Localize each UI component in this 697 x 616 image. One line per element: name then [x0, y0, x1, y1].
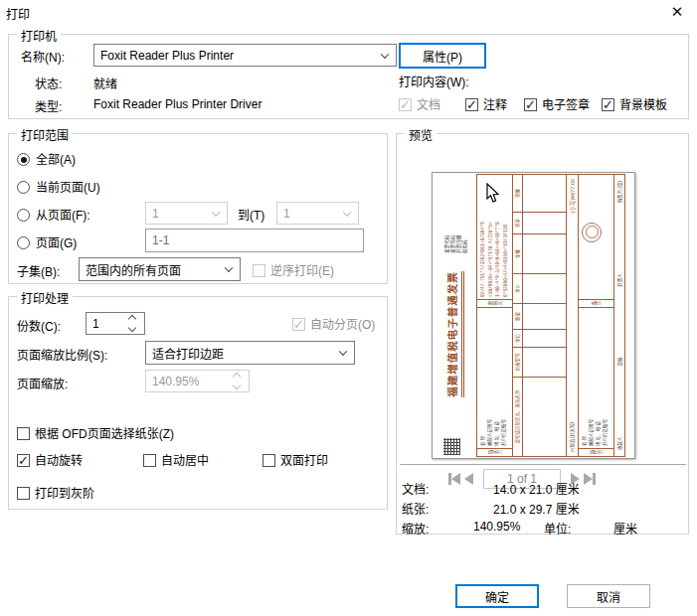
chevron-down-icon: [225, 264, 233, 272]
printer-name-label: 名称(N):: [21, 48, 65, 65]
invoice-total-value: (小写)¥677.00: [569, 179, 576, 214]
range-all-option[interactable]: 全部(A): [17, 150, 76, 167]
collate-checkbox: [292, 318, 305, 331]
reverse-print-option: 逆序打印(E): [253, 261, 334, 278]
last-page-button[interactable]: [584, 473, 596, 485]
invoice-stamp-icon: [582, 223, 602, 242]
collate-option: 自动分页(O): [292, 315, 375, 332]
unit-value: 厘米: [613, 520, 637, 537]
grayscale-checkbox[interactable]: [17, 487, 30, 500]
template-checkbox[interactable]: [602, 98, 614, 111]
print-content-label: 打印内容(W):: [399, 73, 469, 89]
printer-group: 打印机 名称(N): Foxit Reader Plus Printer 属性(…: [8, 34, 689, 119]
range-current-option[interactable]: 当前页面(U): [17, 178, 100, 195]
first-page-button[interactable]: [448, 473, 460, 485]
spinner-arrows-icon[interactable]: [129, 313, 139, 334]
preview-group-label: 预览: [405, 126, 436, 143]
dialog-title: 打印: [6, 5, 30, 22]
content-option-template[interactable]: 背景模板: [602, 95, 667, 112]
close-icon[interactable]: ✕: [667, 3, 687, 21]
printer-name-select[interactable]: Foxit Reader Plus Printer: [93, 44, 397, 67]
paper-size-value: 21.0 x 29.7 厘米: [493, 500, 580, 517]
duplex-checkbox[interactable]: [262, 454, 275, 467]
paper-size-label: 纸张:: [402, 500, 429, 517]
ofd-paper-checkbox[interactable]: [17, 427, 30, 440]
pages-input[interactable]: 1-1: [145, 229, 364, 252]
invoice-title: 福建增值税电子普通发票: [444, 271, 464, 397]
pages-radio[interactable]: [17, 236, 30, 249]
zoom-label: 缩放:: [402, 520, 429, 537]
duplex-option[interactable]: 双面打印: [262, 451, 328, 468]
printer-name-value: Foxit Reader Plus Printer: [100, 49, 234, 63]
current-page-radio[interactable]: [17, 181, 30, 194]
range-from-option[interactable]: 从页面(F):: [17, 206, 90, 223]
esignature-checkbox[interactable]: [524, 98, 537, 111]
chevron-down-icon: [343, 208, 351, 216]
to-page-select: 1: [276, 202, 359, 225]
seller-strip: 销售方: [579, 448, 613, 456]
content-option-document: 文档: [399, 95, 440, 112]
range-pages-option[interactable]: 页面(G): [17, 233, 77, 250]
preview-page[interactable]: 福建增值税电子普通发票 发票代码: 发票号码: 开票日期: 校验码: 购买方 名…: [432, 172, 635, 459]
password-strip: 密码区: [477, 299, 512, 307]
document-checkbox: [399, 98, 412, 111]
all-radio[interactable]: [17, 153, 30, 166]
buyer-strip: 购买方: [477, 448, 512, 456]
mouse-cursor-icon: [486, 183, 500, 204]
from-page-radio[interactable]: [17, 209, 30, 222]
content-option-annotations[interactable]: 注释: [465, 95, 507, 112]
spinner-arrows-icon: [234, 371, 244, 391]
auto-rotate-checkbox[interactable]: [17, 454, 30, 467]
page-scale-stepper: 140.95%: [145, 370, 250, 392]
preview-group: 预览 福建增值税电子普通发票 发票代码: 发票号码: 开票日期: 校验码: 购买…: [396, 133, 689, 535]
subset-label: 子集(B):: [17, 262, 60, 279]
print-range-group-label: 打印范围: [17, 126, 73, 143]
auto-center-option[interactable]: 自动居中: [143, 451, 209, 468]
invoice-table: 购买方 名 称: 纳税人识别号: 地 址、电 话: 开户行及账号: 密码区 02…: [476, 174, 625, 457]
printer-type-label: 类型:: [35, 97, 62, 114]
doc-size-value: 14.0 x 21.0 厘米: [493, 480, 580, 497]
auto-center-checkbox[interactable]: [143, 454, 156, 467]
page-scale-label: 页面缩放:: [17, 375, 68, 391]
scale-mode-label: 页面缩放比例(S):: [17, 346, 107, 363]
print-handling-group-label: 打印处理: [17, 289, 73, 306]
copies-stepper[interactable]: 1: [86, 312, 145, 335]
auto-rotate-option[interactable]: 自动旋转: [17, 451, 83, 468]
invoice-header-fields: 发票代码: 发票号码: 开票日期: 校验码:: [441, 174, 474, 253]
invoice-qr-area: [441, 415, 474, 457]
print-range-group: 打印范围 全部(A) 当前页面(U) 从页面(F): 1 到(T) 1 页面(G…: [8, 133, 388, 284]
copies-label: 份数(C):: [17, 317, 61, 334]
buyer-info: 名 称: 纳税人识别号: 地 址、电 话: 开户行及账号:: [477, 307, 512, 448]
chevron-down-icon: [339, 348, 347, 356]
printer-group-label: 打印机: [17, 27, 61, 44]
print-handling-group: 打印处理 份数(C): 1 自动分页(O) 页面缩放比例(S): 适合打印边距 …: [8, 296, 388, 510]
invoice-preview: 福建增值税电子普通发票 发票代码: 发票号码: 开票日期: 校验码: 购买方 名…: [441, 174, 625, 457]
annotations-checkbox[interactable]: [465, 98, 478, 111]
grayscale-option[interactable]: 打印到灰阶: [17, 484, 94, 501]
seller-info: 名 称: 纳税人识别号: 地 址、电 话: 开户行及账号:: [579, 307, 613, 448]
subset-select[interactable]: 范围内的所有页面: [79, 257, 241, 281]
printer-status-label: 状态:: [35, 75, 62, 91]
remark-strip: 备注: [579, 299, 613, 307]
content-option-esignature[interactable]: 电子签章: [524, 95, 590, 112]
zoom-value: 140.95%: [473, 520, 520, 534]
scale-mode-select[interactable]: 适合打印边距: [145, 341, 355, 365]
preview-separator: [400, 464, 686, 465]
to-label: 到(T): [238, 206, 264, 223]
chevron-down-icon: [212, 208, 220, 216]
previous-page-button[interactable]: [464, 473, 473, 485]
ok-button[interactable]: 确定: [455, 584, 539, 608]
from-page-select: 1: [145, 202, 228, 225]
printer-status-value: 就绪: [93, 75, 117, 91]
qr-code-icon: [443, 438, 460, 455]
printer-type-value: Foxit Reader Plus Printer Driver: [93, 97, 261, 111]
invoice-total-label: 价税合计(大写): [569, 422, 576, 452]
reverse-print-checkbox: [253, 264, 265, 277]
chevron-down-icon: [381, 50, 389, 58]
unit-label: 单位:: [544, 520, 571, 537]
cancel-button[interactable]: 取消: [567, 584, 650, 608]
print-dialog: 打印 ✕ 打印机 名称(N): Foxit Reader Plus Printe…: [0, 0, 697, 616]
properties-button[interactable]: 属性(P): [399, 43, 486, 69]
doc-size-label: 文档:: [402, 480, 429, 497]
ofd-paper-option[interactable]: 根据 OFD页面选择纸张(Z): [17, 424, 174, 441]
